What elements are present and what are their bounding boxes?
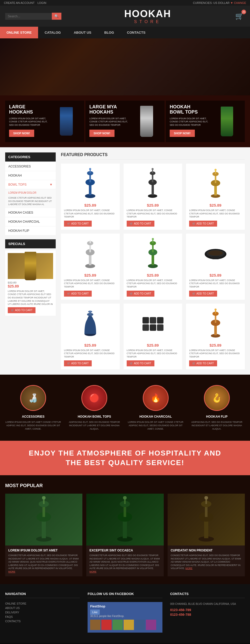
category-name-accessories: ACCESSORIES: [5, 415, 61, 418]
create-account-link[interactable]: CREATE AN ACCOUNT: [4, 1, 34, 4]
category-card-bowl: 🔴 HOOKAH BOWL TOPS ADIPISCING ELIT, SED …: [66, 385, 122, 430]
popular-card-link-3[interactable]: MORE: [185, 567, 192, 570]
cta-banner: ENJOY THE ATMOSPHERE OF HOSPITALITY AND …: [0, 441, 250, 475]
hookah-svg-1: [84, 168, 97, 199]
cart-icon-6: 🛒: [192, 292, 195, 295]
promo-shop-btn-1[interactable]: SHOP NOW!: [9, 130, 34, 137]
promo-shop-btn-2[interactable]: SHOP NOW!: [89, 130, 115, 137]
add-to-cart-6[interactable]: 🛒 ADD TO CART: [189, 291, 217, 297]
fb-like-button[interactable]: Like: [90, 610, 99, 615]
hookah-image-1: [60, 107, 73, 136]
fb-thumb-1: [90, 620, 101, 630]
svg-point-69: [123, 496, 127, 500]
category-circle-bowl[interactable]: 🔴: [81, 385, 107, 411]
footer-link-contacts[interactable]: CONTACTS: [5, 620, 80, 623]
sidebar-item-bowl-tops[interactable]: BOWL TOPS ▼: [5, 180, 56, 189]
featured-title: FEATURED PRODUCTS: [61, 152, 245, 160]
sidebar-item-hookah-flip[interactable]: HOOKAH FLIP: [5, 226, 56, 235]
popular-card-title-1: LOREM IPSUM DOLOR SIT AMET: [8, 549, 79, 552]
cta-line-1: ENJOY THE ATMOSPHERE OF HOSPITALITY AND: [29, 449, 221, 457]
add-to-cart-2[interactable]: 🛒 ADD TO CART: [127, 221, 154, 227]
category-desc-bowl: ADIPISCING ELIT, SED DO EIUSMOD TEMPOR I…: [66, 421, 122, 430]
footer-link-delivery[interactable]: DELIVERY: [5, 611, 80, 614]
sidebar-item-accessories[interactable]: ACCESSORIES: [5, 162, 56, 171]
special-product-image: [8, 253, 53, 279]
nav-contacts[interactable]: CONTACTS: [120, 27, 152, 38]
cart-icon-5: 🛒: [130, 292, 133, 295]
promo-desc-1: LOREM IPSUM DOLOR SIT AMET, CONSE CTETUR…: [9, 117, 48, 127]
currency-selector: CURRENCIES: US DOLLAR ▼ CHANGE: [193, 1, 246, 4]
footer-link-faqs[interactable]: FAQS: [5, 615, 80, 618]
add-cart-label-3: ADD TO CART: [196, 222, 214, 225]
category-desc-flip: ADIPISCING ELIT, SED DO EIUSMOD TEMPOR I…: [189, 421, 245, 430]
hookah-image-3: [221, 107, 233, 136]
svg-point-42: [88, 311, 92, 313]
add-to-cart-1[interactable]: 🛒 ADD TO CART: [64, 221, 92, 227]
currency-change[interactable]: ▼ CHANGE: [230, 1, 246, 4]
popular-content-1: LOREM IPSUM DOLOR SIT AMET CONSECTETUR A…: [5, 545, 82, 577]
featured-section: FEATURED PRODUCTS $25.89 LOREM IP: [61, 152, 245, 369]
nav-online-store[interactable]: ONLINE STORE: [0, 27, 38, 38]
nav-blog[interactable]: BLOG: [98, 27, 121, 38]
special-add-to-cart[interactable]: 🛒 ADD TO CART: [8, 307, 35, 313]
add-to-cart-9[interactable]: 🛒 ADD TO CART: [189, 360, 217, 366]
svg-rect-47: [150, 324, 156, 331]
popular-card-title-2: EXCEPTEUR SINT OCCAECA: [89, 549, 160, 552]
cta-text: ENJOY THE ATMOSPHERE OF HOSPITALITY AND …: [5, 449, 245, 467]
top-bar: CREATE AN ACCOUNT LOGIN CURRENCIES: US D…: [0, 0, 250, 6]
add-to-cart-7[interactable]: 🛒 ADD TO CART: [64, 360, 92, 366]
svg-point-27: [89, 238, 91, 240]
hookah-svg-2: [147, 168, 159, 199]
category-section: 🍶 ACCESSORIES LOREM IPSUM DOLOR SIT AMET…: [0, 375, 250, 441]
categories-title: CATEGORIES: [5, 152, 56, 162]
product-card-8: $25.89 LOREM IPSUM DOLOR SIT AMET, CONSE…: [124, 304, 182, 370]
promo-shop-btn-3[interactable]: SHOP NOW!: [170, 130, 195, 137]
footer-phone-1: 0123-456-789: [170, 608, 245, 612]
popular-card-link-2[interactable]: MORE: [89, 570, 96, 573]
add-to-cart-4[interactable]: 🛒 ADD TO CART: [64, 291, 92, 297]
popular-hookah-svg-3: [196, 496, 217, 543]
footer-link-online-store[interactable]: ONLINE STORE: [5, 602, 80, 605]
logo-sub: STORE: [124, 19, 171, 24]
popular-content-2: EXCEPTEUR SINT OCCAECA CONSECTETUR ADIPI…: [86, 545, 163, 577]
svg-rect-43: [142, 317, 149, 324]
add-to-cart-5[interactable]: 🛒 ADD TO CART: [127, 291, 154, 297]
popular-card-link-1[interactable]: MORE: [8, 570, 15, 573]
product-price-6: $25.89: [189, 273, 242, 277]
hero-background: [0, 38, 250, 95]
special-button-label: ADD TO CART: [15, 309, 32, 312]
footer-link-about[interactable]: ABOUT US: [5, 606, 80, 610]
fb-images: [90, 620, 160, 630]
product-card-9: $25.89 LOREM IPSUM DOLOR SIT AMET, CONSE…: [186, 304, 245, 370]
sidebar-label-hookah-cases: HOOKAH CASES: [8, 211, 33, 214]
popular-card-desc-3: CONSECTETUR ADIPISCING ELIT, SED DO EIUS…: [171, 554, 242, 570]
cart-icon[interactable]: 🛒 25: [234, 11, 245, 22]
category-circle-accessories[interactable]: 🍶: [20, 385, 46, 411]
login-link[interactable]: LOGIN: [37, 1, 46, 4]
category-circle-charcoal[interactable]: 🔥: [143, 385, 169, 411]
nav-about-us[interactable]: ABOUT US: [67, 27, 98, 38]
product-card-3: $25.89 LOREM IPSUM DOLOR SIT AMET, CONSE…: [186, 164, 245, 230]
add-to-cart-3[interactable]: 🛒 ADD TO CART: [189, 221, 217, 227]
promo-desc-3: LOREM IPSUM DOLOR SIT AMET, CONSE CTETUR…: [170, 117, 209, 127]
search-button[interactable]: 🔍: [52, 13, 61, 20]
category-circle-flip[interactable]: 🪝: [204, 385, 230, 411]
special-desc: LOREM IPSUM DOLOR SIT AMET, CONSE CTETUR…: [8, 290, 53, 306]
sidebar-label-hookah: HOOKAH: [8, 174, 22, 177]
product-card-5: $25.89 LOREM IPSUM DOLOR SIT AMET, CONSE…: [124, 234, 182, 300]
sidebar-item-hookah[interactable]: HOOKAH: [5, 171, 56, 180]
search-input[interactable]: [5, 13, 52, 20]
sidebar-item-hookah-charcoal[interactable]: HOOKAH CHARCOAL: [5, 217, 56, 226]
promo-card-3: HOOKAHBOWL TOPS LOREM IPSUM DOLOR SIT AM…: [166, 101, 245, 142]
popular-img-3: [168, 494, 245, 545]
add-to-cart-8[interactable]: 🛒 ADD TO CART: [127, 360, 154, 366]
svg-rect-48: [157, 324, 163, 331]
category-name-flip: HOOKAH FLIP: [189, 415, 245, 418]
nav-catalog[interactable]: CATALOG: [38, 27, 67, 38]
category-desc-charcoal: LOREM IPSUM DOLOR SIT AMET CONSE CTETUR …: [128, 421, 184, 430]
footer-contacts-title: CONTACTS: [170, 592, 245, 598]
product-img-2: [127, 167, 179, 200]
add-cart-label-4: ADD TO CART: [71, 292, 89, 295]
sidebar-label-hookah-charcoal: HOOKAH CHARCOAL: [8, 220, 40, 223]
sidebar-item-hookah-cases[interactable]: HOOKAH CASES: [5, 208, 56, 217]
